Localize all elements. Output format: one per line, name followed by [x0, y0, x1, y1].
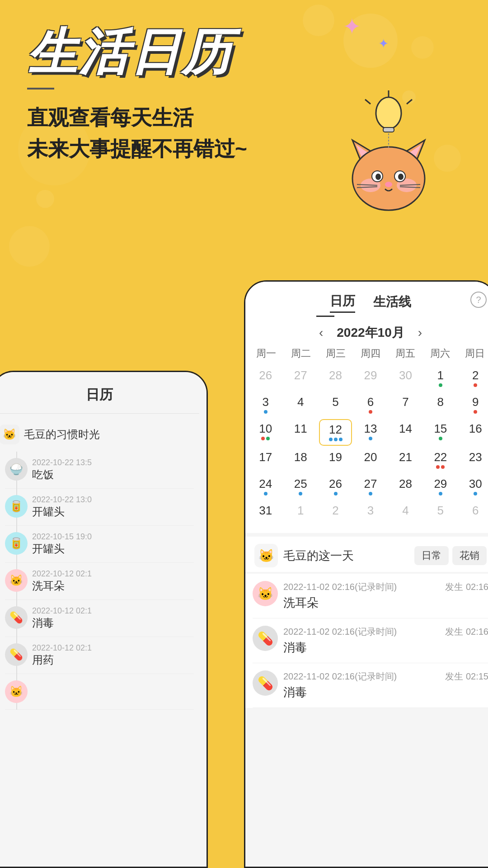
cal-day-18[interactable]: 14 — [389, 419, 422, 446]
left-item-1: 🥫2022-10-22 13:0开罐头 — [5, 489, 194, 526]
cal-day-21[interactable]: 17 — [249, 448, 282, 472]
day-number: 7 — [402, 395, 408, 409]
activity-occur-2: 发生 02:15 — [445, 670, 488, 683]
blue-dot — [329, 438, 333, 441]
blue-dot — [439, 492, 442, 495]
day-number: 6 — [367, 395, 374, 409]
day-number: 31 — [259, 504, 272, 518]
cal-day-3[interactable]: 29 — [354, 366, 387, 391]
tag-daily[interactable]: 日常 — [414, 546, 449, 565]
day-dots — [334, 492, 338, 496]
next-month-arrow[interactable]: › — [418, 326, 422, 340]
day-dots — [299, 492, 302, 496]
cal-day-34[interactable]: 30 — [459, 474, 488, 499]
cal-day-11[interactable]: 7 — [389, 392, 422, 417]
cal-day-35[interactable]: 31 — [249, 501, 282, 526]
cal-day-31[interactable]: 27 — [354, 474, 387, 499]
left-pet-avatar: 🐱 — [0, 425, 19, 444]
activity-icon-1: 💊 — [253, 626, 278, 651]
cal-day-16[interactable]: 12 — [319, 419, 352, 446]
cal-nav: ‹ 2022年10月 › — [245, 317, 488, 345]
phones-container: 日历 🐱 毛豆的习惯时光 🍚2022-10-22 13:5吃饭🥫2022-10-… — [0, 303, 488, 868]
prev-month-arrow[interactable]: ‹ — [319, 326, 323, 340]
cal-day-30[interactable]: 26 — [319, 474, 352, 499]
day-number: 3 — [262, 395, 268, 409]
cal-weekday-周日: 周日 — [457, 345, 488, 362]
phone-right: 日历 生活线 ? ‹ 2022年10月 › 周一周二周三周四周五周六周日 262… — [244, 280, 488, 868]
cal-day-4[interactable]: 30 — [389, 366, 422, 391]
tab-calendar[interactable]: 日历 — [330, 292, 355, 313]
cal-tabs-header: 日历 生活线 ? — [245, 282, 488, 317]
day-number: 26 — [329, 477, 342, 491]
cal-day-27[interactable]: 23 — [459, 448, 488, 472]
cal-day-25[interactable]: 21 — [389, 448, 422, 472]
left-item-4: 💊2022-10-12 02:1消毒 — [5, 600, 194, 637]
cal-day-15[interactable]: 11 — [284, 419, 317, 446]
cal-day-36[interactable]: 1 — [284, 501, 317, 526]
activity-name-1: 消毒 — [283, 640, 440, 656]
red-dot — [474, 410, 477, 414]
help-icon[interactable]: ? — [470, 292, 487, 308]
cal-day-1[interactable]: 27 — [284, 366, 317, 391]
cal-day-6[interactable]: 2 — [459, 366, 488, 391]
cal-day-33[interactable]: 29 — [424, 474, 457, 499]
cal-day-9[interactable]: 5 — [319, 392, 352, 417]
cal-day-13[interactable]: 9 — [459, 392, 488, 417]
cal-day-5[interactable]: 1 — [424, 366, 457, 391]
svg-line-3 — [365, 99, 371, 104]
cal-day-10[interactable]: 6 — [354, 392, 387, 417]
left-item-2: 🥫2022-10-15 19:0开罐头 — [5, 526, 194, 563]
day-dots — [264, 410, 267, 415]
cal-day-7[interactable]: 3 — [249, 392, 282, 417]
green-dot — [439, 437, 442, 440]
cal-weekday-周六: 周六 — [422, 345, 457, 362]
cal-day-14[interactable]: 10 — [249, 419, 282, 446]
cal-day-17[interactable]: 13 — [354, 419, 387, 446]
activity-icon-2: 💊 — [253, 670, 278, 696]
pet-section: 🐱 毛豆的这一天 日常 花销 — [245, 537, 488, 572]
green-dot — [266, 437, 270, 440]
sparkle-large-icon: ✦ — [343, 14, 361, 40]
cal-day-12[interactable]: 8 — [424, 392, 457, 417]
cal-day-41[interactable]: 6 — [459, 501, 488, 526]
activity-content-2: 2022-11-02 02:16(记录时间)消毒 — [283, 670, 440, 700]
day-number: 3 — [367, 504, 374, 518]
day-dots — [439, 383, 442, 388]
cal-day-28[interactable]: 24 — [249, 474, 282, 499]
cal-day-26[interactable]: 22 — [424, 448, 457, 472]
cal-day-2[interactable]: 28 — [319, 366, 352, 391]
cal-day-22[interactable]: 18 — [284, 448, 317, 472]
cal-weekday-周二: 周二 — [284, 345, 319, 362]
phone-left: 日历 🐱 毛豆的习惯时光 🍚2022-10-22 13:5吃饭🥫2022-10-… — [0, 371, 208, 868]
day-number: 9 — [472, 395, 479, 409]
activity-time-2: 2022-11-02 02:16(记录时间) — [283, 670, 440, 683]
cal-day-32[interactable]: 28 — [389, 474, 422, 499]
cal-day-40[interactable]: 5 — [424, 501, 457, 526]
day-number: 27 — [294, 368, 307, 382]
cal-day-37[interactable]: 2 — [319, 501, 352, 526]
cal-day-24[interactable]: 20 — [354, 448, 387, 472]
left-content-1: 2022-10-22 13:0开罐头 — [32, 495, 194, 519]
activity-content-0: 2022-11-02 02:16(记录时间)洗耳朵 — [283, 581, 440, 611]
cal-day-20[interactable]: 16 — [459, 419, 488, 446]
cal-weekday-周五: 周五 — [388, 345, 422, 362]
left-time-3: 2022-10-12 02:1 — [32, 569, 194, 579]
cal-day-29[interactable]: 25 — [284, 474, 317, 499]
cal-grid[interactable]: 2627282930123456789101112131415161718192… — [245, 366, 488, 533]
cal-day-39[interactable]: 4 — [389, 501, 422, 526]
cal-day-38[interactable]: 3 — [354, 501, 387, 526]
day-dots — [439, 492, 442, 496]
day-number: 30 — [469, 477, 482, 491]
left-time-1: 2022-10-22 13:0 — [32, 495, 194, 505]
svg-point-0 — [376, 97, 401, 129]
day-number: 22 — [434, 450, 447, 464]
day-dots — [261, 437, 270, 441]
tag-expense[interactable]: 花销 — [452, 546, 487, 565]
cal-day-8[interactable]: 4 — [284, 392, 317, 417]
left-content-4: 2022-10-12 02:1消毒 — [32, 606, 194, 630]
cal-day-0[interactable]: 26 — [249, 366, 282, 391]
tab-lifeline[interactable]: 生活线 — [373, 293, 411, 312]
cal-day-23[interactable]: 19 — [319, 448, 352, 472]
cal-day-19[interactable]: 15 — [424, 419, 457, 446]
day-number: 29 — [434, 477, 447, 491]
